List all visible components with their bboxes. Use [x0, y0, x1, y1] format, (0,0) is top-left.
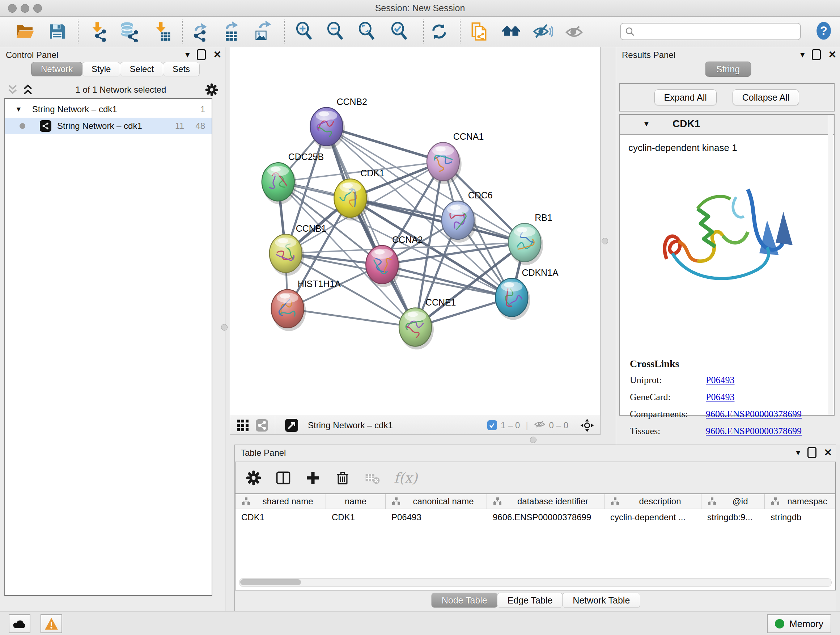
gear-icon[interactable] [205, 83, 218, 97]
selected-checkbox[interactable] [487, 420, 497, 430]
warnings-button[interactable] [41, 614, 62, 633]
import-network-database-button[interactable] [118, 20, 140, 43]
node-RB1[interactable] [508, 223, 543, 265]
tab-sets[interactable]: Sets [163, 62, 200, 76]
node-details-header[interactable]: ▼ CDK1 [620, 115, 834, 135]
grid-view-icon[interactable] [237, 419, 249, 432]
table-container: f(x) shared namenamecanonical namedataba… [235, 462, 836, 591]
export-network-button[interactable] [188, 20, 211, 43]
gear-icon[interactable] [246, 470, 262, 486]
search-icon [625, 27, 635, 36]
column-header-canonical-name[interactable]: canonical name [386, 494, 487, 509]
panel-close-icon[interactable]: ✕ [824, 448, 832, 458]
memory-button[interactable]: Memory [767, 614, 831, 633]
scrollbar-thumb[interactable] [240, 579, 301, 585]
column-header--id[interactable]: @id [701, 494, 765, 509]
genecard-link[interactable]: P06493 [706, 392, 734, 402]
node-CDC6[interactable] [442, 201, 477, 242]
edge-HIST1H1A-CCNE1[interactable] [287, 309, 415, 327]
hide-graphics-details-button[interactable] [563, 20, 585, 43]
node-CDKN1A[interactable] [496, 279, 531, 320]
network-view[interactable]: CCNB2CCNA1CDC25BCDK1CDC6RB1CCNB1CCNA2CDK… [230, 47, 600, 416]
tab-string[interactable]: String [705, 62, 751, 77]
panel-close-icon[interactable]: ✕ [213, 50, 221, 60]
collapse-all-button[interactable]: Collapse All [733, 89, 799, 105]
tissues-link[interactable]: 9606.ENSP00000378699 [706, 426, 802, 437]
table-cell: 9606.ENSP00000378699 [487, 512, 605, 523]
show-columns-icon[interactable] [275, 470, 291, 486]
detach-view-icon[interactable] [285, 418, 298, 432]
share-view-icon[interactable] [256, 419, 268, 432]
export-table-icon [221, 21, 241, 42]
node-HIST1H1A[interactable] [271, 290, 306, 331]
tab-style[interactable]: Style [82, 62, 120, 76]
node-label-CDKN1A: CDKN1A [522, 268, 559, 278]
panel-float-icon[interactable] [197, 49, 206, 60]
column-header-name[interactable]: name [326, 494, 386, 509]
node-CCNB2[interactable] [310, 108, 345, 149]
node-CCNA1[interactable] [427, 142, 462, 184]
export-table-button[interactable] [219, 20, 242, 43]
help-button[interactable]: ? [813, 19, 835, 42]
node-CDK1[interactable] [334, 179, 369, 220]
hidden-eye-icon[interactable] [534, 419, 546, 432]
panel-float-icon[interactable] [812, 49, 821, 60]
column-header-shared-name[interactable]: shared name [235, 494, 326, 509]
expand-all-icon[interactable] [22, 84, 34, 95]
left-splitter-handle[interactable] [221, 324, 227, 331]
zoom-in-button[interactable] [293, 20, 316, 43]
bottom-splitter-handle[interactable] [530, 437, 537, 443]
table-row[interactable]: CDK1CDK1P064939606.ENSP00000378699cyclin… [235, 509, 835, 526]
expand-all-button[interactable]: Expand All [654, 89, 717, 105]
tab-network[interactable]: Network [31, 62, 82, 76]
import-table-file-button[interactable] [150, 20, 173, 43]
network-row-selected[interactable]: String Network – cdk1 11 48 [5, 118, 212, 134]
results-scrollbar[interactable] [828, 115, 833, 415]
uniprot-link[interactable]: P06493 [706, 375, 734, 386]
zoom-selected-button[interactable] [388, 20, 411, 43]
tab-node-table[interactable]: Node Table [431, 593, 498, 608]
tab-network-table[interactable]: Network Table [562, 593, 640, 608]
cloud-button[interactable] [9, 614, 30, 633]
network-overview-button[interactable] [500, 20, 523, 43]
node-label-CCNA1: CCNA1 [453, 131, 484, 141]
show-graphics-details-button[interactable] [531, 20, 554, 43]
import-network-file-button[interactable] [87, 20, 110, 43]
edge-CCNB2-CCNE1[interactable] [326, 127, 415, 327]
column-header-database-identifier[interactable]: database identifier [487, 494, 605, 509]
fit-selected-icon[interactable] [580, 418, 594, 432]
clone-network-button[interactable] [468, 20, 490, 43]
zoom-fit-button[interactable] [355, 20, 378, 43]
right-splitter-handle[interactable] [602, 238, 608, 244]
collapse-all-icon[interactable] [6, 84, 19, 95]
panel-close-icon[interactable]: ✕ [828, 50, 836, 60]
horizontal-scrollbar[interactable] [239, 578, 832, 587]
tab-edge-table[interactable]: Edge Table [497, 593, 563, 608]
search-input[interactable] [638, 26, 796, 37]
node-CCNE1[interactable] [399, 308, 434, 350]
refresh-button[interactable] [428, 20, 450, 43]
open-session-button[interactable] [14, 20, 36, 43]
network-collection-row[interactable]: ▼ String Network – cdk1 1 [5, 101, 212, 118]
section-expand-icon[interactable]: ▼ [643, 120, 650, 128]
search-field[interactable] [620, 23, 801, 40]
compartments-link[interactable]: 9606.ENSP00000378699 [706, 409, 802, 420]
crosslinks-title: CrossLinks [630, 358, 802, 370]
node-name: CDK1 [673, 118, 700, 130]
edge-CDK1-RB1[interactable] [350, 198, 524, 242]
tab-select[interactable]: Select [120, 62, 164, 76]
tree-expand-icon[interactable]: ▼ [15, 105, 22, 113]
delete-column-icon[interactable] [335, 470, 351, 486]
database-icon [118, 21, 139, 42]
panel-collapse-icon[interactable]: ▾ [800, 50, 805, 59]
column-header-namespac[interactable]: namespac [765, 494, 835, 509]
export-image-button[interactable] [251, 20, 273, 43]
zoom-out-button[interactable] [324, 20, 347, 43]
node-CDC25B[interactable] [262, 163, 297, 204]
column-header-description[interactable]: description [605, 494, 701, 509]
save-session-button[interactable] [46, 20, 68, 43]
panel-collapse-icon[interactable]: ▾ [185, 50, 189, 59]
panel-collapse-icon[interactable]: ▾ [796, 448, 800, 457]
panel-float-icon[interactable] [807, 447, 816, 458]
add-column-icon[interactable] [305, 470, 321, 486]
